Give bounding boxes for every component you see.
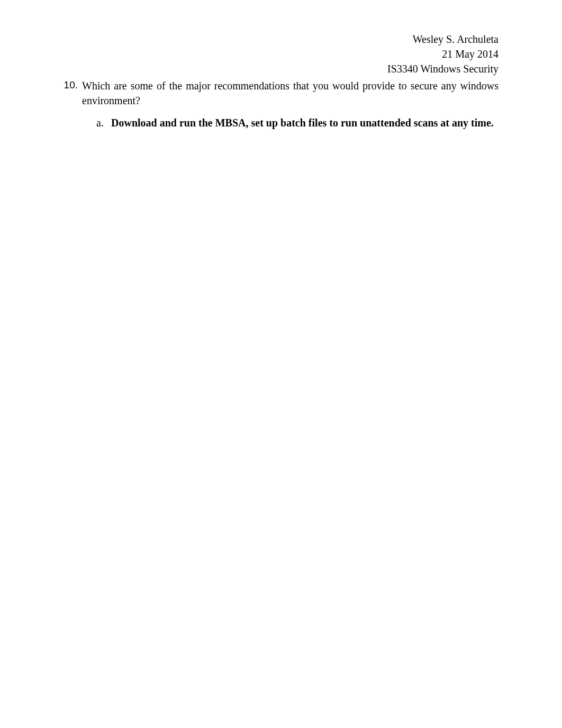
document-content: 10. Which are some of the major recommen… [64, 78, 498, 130]
author-name: Wesley S. Archuleta [64, 32, 498, 47]
answer-list: a. Download and run the MBSA, set up bat… [64, 115, 498, 130]
answer-text: Download and run the MBSA, set up batch … [111, 115, 498, 130]
document-date: 21 May 2014 [64, 47, 498, 61]
question-text: Which are some of the major recommendati… [82, 78, 498, 108]
answer-letter: a. [96, 115, 111, 130]
answer-item: a. Download and run the MBSA, set up bat… [96, 115, 498, 130]
course-name: IS3340 Windows Security [64, 61, 498, 76]
question-number: 10. [64, 78, 82, 108]
document-header: Wesley S. Archuleta 21 May 2014 IS3340 W… [64, 32, 498, 76]
question-item: 10. Which are some of the major recommen… [64, 78, 498, 108]
